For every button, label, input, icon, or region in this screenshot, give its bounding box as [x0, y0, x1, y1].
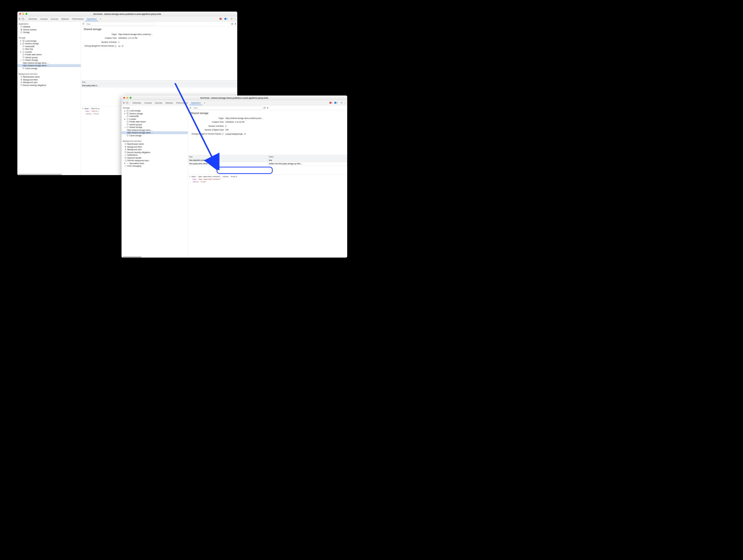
sidebar-cache-storage[interactable]: Cache storage: [17, 67, 81, 70]
tab-elements[interactable]: Elements: [131, 100, 143, 105]
sidebar-cookies[interactable]: ▶Cookies: [122, 118, 188, 121]
info-badge[interactable]: i2: [224, 18, 228, 20]
tab-console[interactable]: Console: [143, 100, 154, 105]
svg-point-27: [23, 56, 24, 57]
database-icon: [22, 53, 25, 55]
database-icon: [22, 59, 25, 61]
sidebar-payment-handler[interactable]: Payment handler: [122, 157, 188, 160]
sidebar-websql[interactable]: Web SQL: [17, 48, 81, 51]
zoom-window-button[interactable]: [26, 13, 28, 15]
col-key[interactable]: Key: [188, 155, 268, 159]
error-badge[interactable]: ✕1: [219, 18, 222, 20]
sidebar-shared-origin-0[interactable]: https://shared-storage-demo-…: [17, 61, 81, 64]
error-badge[interactable]: ✕1: [329, 101, 333, 103]
info-icon[interactable]: i: [222, 133, 224, 135]
sidebar-shared-storage[interactable]: ▼Shared storage: [17, 59, 81, 61]
sidebar-notifications[interactable]: Notifications: [122, 154, 188, 157]
filter-input[interactable]: [193, 106, 262, 110]
sidebar-scrollbar[interactable]: [123, 256, 141, 258]
sidebar-background-sync[interactable]: ↻Background sync: [17, 81, 81, 84]
sidebar-service-workers[interactable]: ⚙︎Service workers: [17, 28, 81, 31]
sidebar-shared-origin-1[interactable]: https://shared-storage-demo-…: [122, 131, 188, 134]
refresh-icon[interactable]: [189, 106, 191, 109]
sidebar-background-fetch[interactable]: ⇅Background fetch: [17, 78, 81, 81]
tab-console[interactable]: Console: [39, 16, 49, 21]
info-icon[interactable]: i: [115, 45, 117, 47]
col-key[interactable]: Key: [81, 80, 237, 84]
sidebar-background-fetch[interactable]: ⇅Background fetch: [122, 145, 188, 148]
tab-performance[interactable]: Performance: [71, 16, 85, 21]
info-badge[interactable]: i2: [335, 101, 338, 103]
clear-icon[interactable]: [231, 23, 233, 25]
tab-sources[interactable]: Sources: [154, 100, 164, 105]
device-toggle-icon[interactable]: [126, 101, 129, 104]
tab-sources[interactable]: Sources: [49, 16, 59, 21]
sidebar-back-forward-cache[interactable]: Back/forward cache: [17, 76, 81, 78]
device-toggle-icon[interactable]: [21, 17, 25, 20]
sidebar-back-forward-cache[interactable]: Back/forward cache: [122, 143, 188, 145]
sidebar-shared-storage[interactable]: ▼Shared storage: [122, 126, 188, 129]
clear-icon[interactable]: [263, 106, 266, 109]
sidebar-speculative-loads[interactable]: ▶Speculative loads: [122, 162, 188, 165]
tab-network[interactable]: Network: [164, 100, 174, 105]
sidebar-storage[interactable]: Storage: [17, 31, 81, 34]
sidebar-interest-groups[interactable]: Interest groups: [122, 123, 188, 126]
sidebar-shared-origin-1[interactable]: https://shared-storage-demo-…: [17, 64, 81, 67]
filter-input[interactable]: [86, 22, 155, 26]
minimize-window-button[interactable]: [126, 97, 128, 99]
close-icon[interactable]: ✕: [267, 107, 268, 109]
svg-point-58: [127, 126, 128, 127]
sidebar-indexeddb[interactable]: IndexedDB: [17, 45, 81, 48]
tab-elements[interactable]: Elements: [27, 16, 39, 21]
sidebar-manifest[interactable]: Manifest: [17, 26, 81, 28]
kebab-menu-icon[interactable]: ⋮: [343, 101, 347, 104]
svg-point-20: [23, 45, 24, 46]
table-row[interactable]: third-party-write-d…: [81, 84, 237, 87]
svg-point-57: [127, 124, 128, 124]
close-window-button[interactable]: [123, 97, 125, 99]
sidebar-bounce-tracking[interactable]: Bounce tracking mitigations: [122, 151, 188, 154]
sidebar: Storage ▶Local storage ▶Session storage …: [122, 105, 188, 258]
sidebar-private-state-tokens[interactable]: Private state tokens: [17, 53, 81, 56]
inspect-icon[interactable]: [122, 101, 125, 104]
sidebar-push-messaging[interactable]: Push messaging: [122, 165, 188, 168]
undo-icon[interactable]: ↺: [122, 45, 124, 47]
close-window-button[interactable]: [19, 13, 21, 15]
sidebar-shared-origin-0[interactable]: https://shared-storage-demo-…: [122, 129, 188, 132]
kebab-menu-icon[interactable]: ⋮: [233, 17, 237, 20]
sidebar-local-storage[interactable]: ▶Local storage: [17, 40, 81, 43]
tabs-overflow[interactable]: »: [98, 16, 102, 21]
database-icon: [20, 31, 23, 33]
sidebar-indexeddb[interactable]: IndexedDB: [122, 115, 188, 118]
sidebar-periodic-sync[interactable]: Periodic background sync: [122, 159, 188, 162]
tab-network[interactable]: Network: [60, 16, 70, 21]
undo-icon[interactable]: ↺: [244, 133, 246, 135]
sidebar-scrollbar[interactable]: [18, 174, 62, 175]
inspect-icon[interactable]: [18, 17, 21, 20]
entries-label: Number of Entries: [84, 41, 118, 43]
minimize-window-button[interactable]: [22, 13, 24, 15]
refresh-icon[interactable]: [82, 23, 85, 25]
sidebar-cache-storage[interactable]: Cache storage: [122, 134, 188, 137]
settings-gear-icon[interactable]: [340, 101, 343, 104]
sidebar-bounce-tracking[interactable]: Bounce tracking mitigations: [17, 84, 81, 87]
zoom-window-button[interactable]: [130, 97, 132, 99]
sidebar-local-storage[interactable]: ▶Local storage: [122, 110, 188, 112]
table-row[interactable]: third-party-write-demowritten into third…: [188, 162, 347, 166]
sidebar-interest-groups[interactable]: Interest groups: [17, 56, 81, 59]
database-icon: [126, 124, 129, 126]
sidebar-session-storage[interactable]: ▶Session storage: [17, 42, 81, 45]
sidebar-session-storage[interactable]: ▶Session storage: [122, 112, 188, 115]
table-row[interactable]: has-reported-contenttrue: [188, 159, 347, 162]
tab-performance[interactable]: Performance: [175, 100, 189, 105]
tab-application[interactable]: Application: [189, 100, 202, 105]
close-icon[interactable]: ✕: [235, 23, 236, 25]
tabs-overflow[interactable]: »: [203, 100, 207, 105]
clock-icon: [124, 160, 127, 162]
settings-gear-icon[interactable]: [230, 17, 233, 20]
col-value[interactable]: Value: [268, 155, 347, 159]
sidebar-cookies[interactable]: ▶Cookies: [17, 51, 81, 53]
sidebar-private-state-tokens[interactable]: Private state tokens: [122, 120, 188, 123]
tab-application[interactable]: Application: [85, 16, 98, 21]
sidebar-background-sync[interactable]: ↻Background sync: [122, 148, 188, 151]
